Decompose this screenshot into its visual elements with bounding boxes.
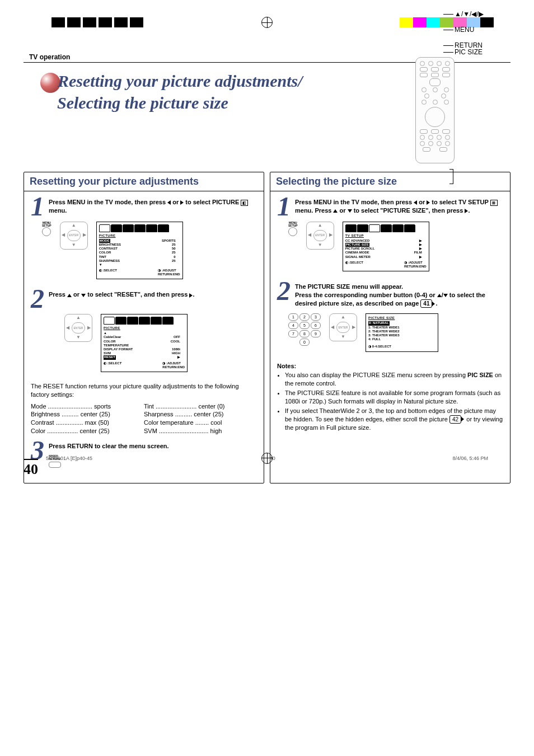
page-number: 40 xyxy=(24,459,38,478)
page-ref-41: 41 xyxy=(420,299,432,308)
left-heading: Resetting your picture adjustments xyxy=(24,172,264,191)
remote-diagram: 0–4 ▲/▼/◀/▶ MENU RETURN PIC SIZE xyxy=(399,57,510,163)
callout-picsize: PIC SIZE xyxy=(455,48,483,56)
step2-text: Press or to select "RESET", and then pre… xyxy=(49,290,257,308)
tvsetup-menu-icon: ⊞ xyxy=(490,200,498,206)
r-step1-text: Press MENU in the TV mode, then press or… xyxy=(295,198,503,216)
right-heading: Selecting the picture size xyxy=(270,172,510,191)
step1-text: Press MENU in the TV mode, then press or… xyxy=(49,198,257,216)
step-number: 2 xyxy=(277,281,294,308)
step-number: 2 xyxy=(31,289,48,308)
number-buttons: 123 456 789 0 xyxy=(288,313,321,346)
reset-explain: The RESET function returns your picture … xyxy=(31,382,257,399)
osd-tvsetup: TV SETUP CC ADVANCED▶ PICTURE SIZE▶ PICT… xyxy=(343,222,429,272)
reset-defaults: Mode .......................... sports B… xyxy=(31,402,257,435)
print-registration-bar xyxy=(24,11,510,34)
registration-mark-icon xyxy=(261,17,273,28)
left-column: Resetting your picture adjustments 1 Pre… xyxy=(24,172,264,483)
callout-dpad: ▲/▼/◀/▶ xyxy=(455,10,484,18)
menu-setup-button: MENU SETUP xyxy=(42,222,51,236)
osd-picture-2: PICTURE ▲ CableClearOFF COLOR TEMPERATUR… xyxy=(101,314,188,372)
step-number: 1 xyxy=(277,197,294,216)
menu-setup-button: MENU SETUP xyxy=(288,222,298,236)
page-title: Resetting your picture adjustments/ Sele… xyxy=(40,71,303,113)
r-step2-text: The PICTURE SIZE menu will appear. Press… xyxy=(295,283,503,308)
page-ref-42: 42 xyxy=(449,415,461,424)
dpad-icon: ▲ ▼ ◀ ▶ ENTER xyxy=(329,313,357,341)
osd-picture-size: PICTURE SIZE 0: NATURAL 1: THEATER WIDE1… xyxy=(366,313,438,351)
up-arrow-icon xyxy=(67,294,72,297)
osd-picture-1: PICTURE MODESPORTS BRIGHTNESS25 CONTRAST… xyxy=(96,222,183,280)
down-arrow-icon xyxy=(81,294,86,297)
picture-menu-icon: ◧ xyxy=(241,200,248,206)
notes: Notes: You also can display the PICTURE … xyxy=(277,362,503,432)
registration-mark-icon xyxy=(261,453,273,464)
right-column: Selecting the picture size 1 Press MENU … xyxy=(270,172,510,483)
return-button-icon xyxy=(49,462,61,468)
dpad-icon: ▲ ▼ ◀ ▶ ENTER xyxy=(306,222,334,250)
dpad-icon: ▲ ▼ ◀ ▶ ENTER xyxy=(60,222,88,250)
dpad-icon: ▲ ▼ ◀ ▶ ENTER xyxy=(64,314,92,342)
step-number: 1 xyxy=(31,197,48,216)
callout-menu: MENU xyxy=(455,26,474,34)
